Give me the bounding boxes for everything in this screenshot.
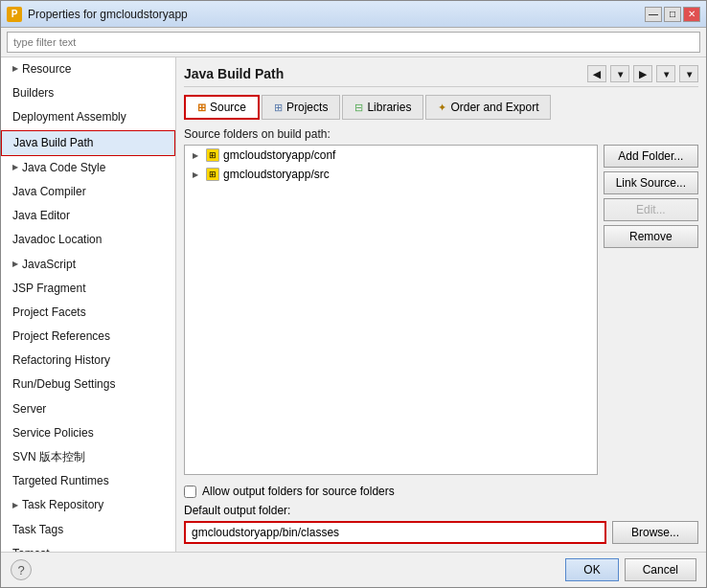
sidebar-item-svn[interactable]: SVN 版本控制 <box>1 445 175 469</box>
tab-source-label: Source <box>210 101 246 114</box>
maximize-button[interactable]: □ <box>664 7 681 22</box>
sidebar-item-task-tags[interactable]: Task Tags <box>1 518 175 542</box>
tree-item[interactable]: ▶⊞gmcloudstoryapp/src <box>185 165 597 184</box>
sidebar-item-deployment[interactable]: Deployment Assembly <box>1 105 175 129</box>
ok-button[interactable]: OK <box>565 558 618 581</box>
nav-back-button[interactable]: ◀ <box>587 65 606 82</box>
tree-item-label: gmcloudstoryapp/conf <box>223 148 335 162</box>
browse-button[interactable]: Browse... <box>612 521 698 544</box>
tab-libraries-label: Libraries <box>367 101 411 114</box>
nav-menu-button[interactable]: ▾ <box>679 65 698 82</box>
sidebar-item-refactoring-history[interactable]: Refactoring History <box>1 349 175 373</box>
tab-projects-label: Projects <box>286 101 328 114</box>
close-button[interactable]: ✕ <box>683 7 700 22</box>
nav-fwd-button[interactable]: ▶ <box>633 65 652 82</box>
remove-button[interactable]: Remove <box>604 225 698 248</box>
minimize-button[interactable]: — <box>645 7 662 22</box>
tabs-row: ⊞ Source ⊞ Projects ⊟ Libraries ✦ Order … <box>184 95 698 120</box>
folder-icon: ⊞ <box>206 148 219 162</box>
tree-item[interactable]: ▶⊞gmcloudstoryapp/conf <box>185 146 597 165</box>
sidebar-wrapper: ResourceBuildersDeployment AssemblyJava … <box>1 57 176 552</box>
allow-output-checkbox[interactable] <box>184 486 196 498</box>
footer-left: ? <box>11 559 32 580</box>
content-area: Source folders on build path: ▶⊞gmclouds… <box>184 127 698 544</box>
folder-icon: ⊞ <box>206 168 219 181</box>
dialog-icon: P <box>7 7 22 22</box>
sidebar-item-run-debug[interactable]: Run/Debug Settings <box>1 373 175 396</box>
tab-order-export-label: Order and Export <box>450 101 538 114</box>
search-bar <box>1 28 706 57</box>
title-bar: P Properties for gmcloudstoryapp — □ ✕ <box>1 1 706 28</box>
nav-back2-button[interactable]: ▾ <box>610 65 629 82</box>
help-button[interactable]: ? <box>11 559 32 580</box>
tab-order-export[interactable]: ✦ Order and Export <box>425 95 551 120</box>
allow-output-row: Allow output folders for source folders <box>184 485 698 498</box>
sidebar-item-java-compiler[interactable]: Java Compiler <box>1 180 175 204</box>
add-folder-button[interactable]: Add Folder... <box>604 145 698 168</box>
output-row: Browse... <box>184 521 698 544</box>
output-folder-input[interactable] <box>184 521 606 544</box>
sidebar-item-targeted-runtimes[interactable]: Targeted Runtimes <box>1 469 175 493</box>
sidebar-item-jsp-fragment[interactable]: JSP Fragment <box>1 277 175 301</box>
sidebar: ResourceBuildersDeployment AssemblyJava … <box>1 57 176 552</box>
libraries-tab-icon: ⊟ <box>354 102 363 114</box>
source-label: Source folders on build path: <box>184 127 698 141</box>
sidebar-item-project-facets[interactable]: Project Facets <box>1 301 175 325</box>
sidebar-item-java-editor[interactable]: Java Editor <box>1 204 175 228</box>
tab-source[interactable]: ⊞ Source <box>184 95 260 120</box>
source-row: ▶⊞gmcloudstoryapp/conf▶⊞gmcloudstoryapp/… <box>184 145 698 481</box>
sidebar-item-project-references[interactable]: Project References <box>1 325 175 349</box>
tree-arrow-icon: ▶ <box>193 170 202 179</box>
panel-title-text: Java Build Path <box>184 66 284 81</box>
action-buttons: Add Folder... Link Source... Edit... Rem… <box>604 145 698 481</box>
dialog-footer: ? OK Cancel <box>1 552 706 587</box>
footer-right: OK Cancel <box>565 558 696 581</box>
order-tab-icon: ✦ <box>438 102 446 114</box>
sidebar-item-builders[interactable]: Builders <box>1 81 175 105</box>
sidebar-item-javascript[interactable]: JavaScript <box>1 253 175 277</box>
source-tree: ▶⊞gmcloudstoryapp/conf▶⊞gmcloudstoryapp/… <box>184 145 598 475</box>
sidebar-item-java-code-style[interactable]: Java Code Style <box>1 156 175 180</box>
sidebar-item-javadoc-location[interactable]: Javadoc Location <box>1 228 175 252</box>
sidebar-item-server[interactable]: Server <box>1 397 175 421</box>
panel-nav: ◀ ▾ ▶ ▾ ▾ <box>587 65 698 82</box>
allow-output-label: Allow output folders for source folders <box>202 485 395 498</box>
source-tab-icon: ⊞ <box>197 102 206 114</box>
right-panel: Java Build Path ◀ ▾ ▶ ▾ ▾ ⊞ Source ⊞ Pro… <box>176 57 706 552</box>
projects-tab-icon: ⊞ <box>274 102 283 114</box>
panel-title-row: Java Build Path ◀ ▾ ▶ ▾ ▾ <box>184 65 698 87</box>
dialog-title: Properties for gmcloudstoryapp <box>28 8 645 21</box>
cancel-button[interactable]: Cancel <box>625 558 696 581</box>
sidebar-item-java-build-path[interactable]: Java Build Path <box>1 130 175 156</box>
nav-fwd2-button[interactable]: ▾ <box>656 65 675 82</box>
search-input[interactable] <box>7 32 700 53</box>
tree-item-label: gmcloudstoryapp/src <box>223 168 330 181</box>
sidebar-item-service-policies[interactable]: Service Policies <box>1 421 175 445</box>
sidebar-item-task-repository[interactable]: Task Repository <box>1 493 175 517</box>
sidebar-item-tomcat[interactable]: Tomcat <box>1 542 175 552</box>
tree-arrow-icon: ▶ <box>193 151 202 160</box>
sidebar-item-resource[interactable]: Resource <box>1 57 175 81</box>
main-content: ResourceBuildersDeployment AssemblyJava … <box>1 57 706 552</box>
tab-libraries[interactable]: ⊟ Libraries <box>342 95 423 120</box>
bottom-area: Allow output folders for source folders … <box>184 485 698 544</box>
dialog: P Properties for gmcloudstoryapp — □ ✕ R… <box>0 0 707 588</box>
output-label: Default output folder: <box>184 504 698 517</box>
edit-button[interactable]: Edit... <box>604 198 698 221</box>
title-bar-buttons: — □ ✕ <box>645 7 700 22</box>
tab-projects[interactable]: ⊞ Projects <box>262 95 340 120</box>
link-source-button[interactable]: Link Source... <box>604 171 698 194</box>
